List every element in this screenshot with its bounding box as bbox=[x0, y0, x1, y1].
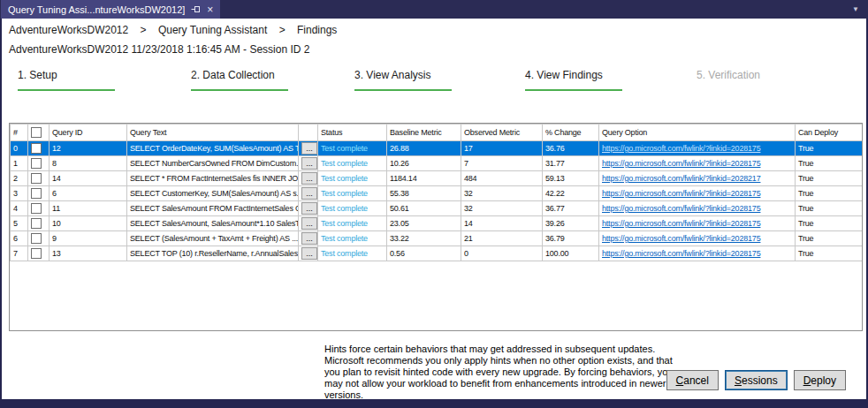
observed-metric: 32 bbox=[461, 201, 543, 216]
table-row[interactable]: 1 8 SELECT NumberCarsOwned FROM DimCusto… bbox=[11, 156, 863, 171]
row-select-cell[interactable] bbox=[28, 246, 49, 261]
table-row[interactable]: 0 12 SELECT OrderDateKey, SUM(SalesAmoun… bbox=[11, 141, 863, 156]
query-option-link[interactable]: https://go.microsoft.com/fwlink/?linkid=… bbox=[602, 204, 760, 213]
dialog-buttons: Cancel Sessions Deploy bbox=[666, 370, 846, 390]
expand-query-button[interactable]: ... bbox=[301, 232, 317, 245]
query-id: 9 bbox=[49, 231, 127, 246]
breadcrumb-separator: > bbox=[279, 24, 286, 36]
query-option-cell: https://go.microsoft.com/fwlink/?linkid=… bbox=[599, 231, 796, 246]
header-query-option[interactable]: Query Option bbox=[599, 125, 796, 141]
header-observed-metric[interactable]: Observed Metric bbox=[461, 125, 543, 141]
query-option-link[interactable]: https://go.microsoft.com/fwlink/?linkid=… bbox=[602, 234, 760, 243]
cancel-button[interactable]: Cancel bbox=[666, 370, 719, 390]
header-row-number[interactable]: # bbox=[11, 125, 28, 141]
table-row[interactable]: 4 11 SELECT SalesAmount FROM FactInterne… bbox=[11, 201, 863, 216]
table-row[interactable]: 5 10 SELECT SalesAmount, SalesAmount*1.1… bbox=[11, 216, 863, 231]
header-status[interactable]: Status bbox=[318, 125, 387, 141]
tab-title: Query Tuning Assi...ntureWorksDW2012] bbox=[8, 4, 185, 15]
status: Test complete bbox=[318, 231, 387, 246]
select-all-checkbox[interactable] bbox=[31, 127, 42, 138]
header-can-deploy[interactable]: Can Deploy bbox=[796, 125, 863, 141]
query-option-cell: https://go.microsoft.com/fwlink/?linkid=… bbox=[599, 216, 796, 231]
header-percent-change[interactable]: % Change bbox=[543, 125, 599, 141]
expand-query-button[interactable]: ... bbox=[301, 142, 317, 155]
row-checkbox[interactable] bbox=[31, 173, 42, 184]
dialog-content: AdventureWorksDW2012 > Query Tuning Assi… bbox=[2, 19, 866, 399]
baseline-metric: 23.05 bbox=[387, 216, 461, 231]
query-option-link[interactable]: https://go.microsoft.com/fwlink/?linkid=… bbox=[602, 219, 760, 228]
row-select-cell[interactable] bbox=[28, 171, 49, 186]
query-option-cell: https://go.microsoft.com/fwlink/?linkid=… bbox=[599, 156, 796, 171]
baseline-metric: 26.88 bbox=[387, 141, 461, 156]
table-row[interactable]: 2 14 SELECT * FROM FactInternetSales fis… bbox=[11, 171, 863, 186]
breadcrumb-item-findings[interactable]: Findings bbox=[297, 24, 337, 36]
query-option-link[interactable]: https://go.microsoft.com/fwlink/?linkid=… bbox=[602, 249, 760, 258]
step-view-findings[interactable]: 4. View Findings bbox=[525, 69, 624, 91]
step-verification: 5. Verification bbox=[697, 69, 796, 81]
percent-change: 31.77 bbox=[543, 156, 599, 171]
header-query-id[interactable]: Query ID bbox=[49, 125, 127, 141]
row-checkbox[interactable] bbox=[31, 143, 42, 154]
table-row[interactable]: 3 6 SELECT CustomerKey, SUM(SalesAmount)… bbox=[11, 186, 863, 201]
header-query-text[interactable]: Query Text bbox=[127, 125, 299, 141]
query-id: 10 bbox=[49, 216, 127, 231]
status: Test complete bbox=[318, 171, 387, 186]
pin-icon[interactable] bbox=[191, 4, 201, 14]
table-row[interactable]: 6 9 SELECT (SalesAmount + TaxAmt + Freig… bbox=[11, 231, 863, 246]
breadcrumb-separator: > bbox=[141, 24, 147, 36]
ellipsis-cell: ... bbox=[299, 156, 318, 171]
query-option-link[interactable]: https://go.microsoft.com/fwlink/?linkid=… bbox=[602, 174, 760, 183]
row-checkbox[interactable] bbox=[31, 248, 42, 259]
step-progress-underline bbox=[354, 89, 452, 91]
row-select-cell[interactable] bbox=[28, 216, 49, 231]
session-label: AdventureWorksDW2012 11/23/2018 1:16:45 … bbox=[9, 43, 309, 56]
ellipsis-cell: ... bbox=[299, 231, 318, 246]
row-checkbox[interactable] bbox=[31, 158, 42, 169]
expand-query-button[interactable]: ... bbox=[301, 202, 317, 215]
expand-query-button[interactable]: ... bbox=[301, 172, 317, 185]
document-tab[interactable]: Query Tuning Assi...ntureWorksDW2012] × bbox=[1, 0, 220, 19]
step-data-collection[interactable]: 2. Data Collection bbox=[191, 69, 290, 91]
query-option-link[interactable]: https://go.microsoft.com/fwlink/?linkid=… bbox=[602, 159, 760, 168]
step-setup[interactable]: 1. Setup bbox=[18, 69, 117, 91]
can-deploy: True bbox=[796, 141, 863, 156]
row-checkbox[interactable] bbox=[31, 233, 42, 244]
expand-query-button[interactable]: ... bbox=[301, 157, 317, 170]
row-select-cell[interactable] bbox=[28, 231, 49, 246]
close-icon[interactable]: × bbox=[207, 4, 213, 15]
query-text: SELECT * FROM FactInternetSales fis INNE… bbox=[127, 171, 299, 186]
title-bar: Query Tuning Assi...ntureWorksDW2012] × … bbox=[0, 0, 868, 19]
status: Test complete bbox=[318, 156, 387, 171]
can-deploy: True bbox=[796, 246, 863, 261]
expand-query-button[interactable]: ... bbox=[301, 247, 317, 260]
expand-query-button[interactable]: ... bbox=[301, 217, 317, 230]
row-select-cell[interactable] bbox=[28, 201, 49, 216]
row-select-cell[interactable] bbox=[28, 156, 49, 171]
query-option-link[interactable]: https://go.microsoft.com/fwlink/?linkid=… bbox=[602, 189, 760, 198]
row-index: 1 bbox=[11, 156, 28, 171]
deploy-button[interactable]: Deploy bbox=[794, 370, 846, 390]
window-menu-icon[interactable]: ▼ bbox=[843, 0, 868, 19]
sessions-button[interactable]: Sessions bbox=[725, 370, 788, 390]
breadcrumb-item-database[interactable]: AdventureWorksDW2012 bbox=[9, 24, 128, 36]
query-option-link[interactable]: https://go.microsoft.com/fwlink/?linkid=… bbox=[602, 144, 760, 153]
row-select-cell[interactable] bbox=[28, 141, 49, 156]
step-view-analysis[interactable]: 3. View Analysis bbox=[354, 69, 453, 91]
can-deploy: True bbox=[796, 156, 863, 171]
query-id: 8 bbox=[49, 156, 127, 171]
table-row[interactable]: 7 13 SELECT TOP (10) r.ResellerName, r.A… bbox=[11, 246, 863, 261]
step-label: 5. Verification bbox=[697, 69, 796, 81]
row-select-cell[interactable] bbox=[28, 186, 49, 201]
row-checkbox[interactable] bbox=[31, 203, 42, 214]
row-checkbox[interactable] bbox=[31, 218, 42, 229]
breadcrumb-item-assistant[interactable]: Query Tuning Assistant bbox=[158, 24, 267, 36]
row-checkbox[interactable] bbox=[31, 188, 42, 199]
header-select-cell[interactable] bbox=[28, 125, 49, 141]
query-option-cell: https://go.microsoft.com/fwlink/?linkid=… bbox=[599, 141, 796, 156]
baseline-metric: 1184.14 bbox=[387, 171, 461, 186]
step-progress-underline bbox=[191, 89, 288, 91]
header-baseline-metric[interactable]: Baseline Metric bbox=[387, 125, 461, 141]
expand-query-button[interactable]: ... bbox=[301, 187, 317, 200]
observed-metric: 32 bbox=[461, 186, 543, 201]
percent-change: 36.76 bbox=[543, 141, 599, 156]
